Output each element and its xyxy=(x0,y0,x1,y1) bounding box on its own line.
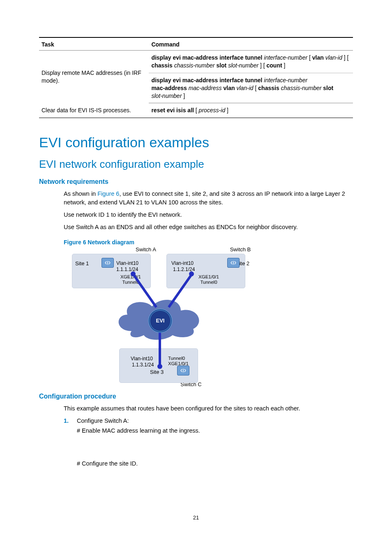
xge-c-label: Tunnel0XGE1/0/1 xyxy=(168,356,197,366)
vlan-b-label: Vlan-int10 xyxy=(171,260,194,266)
paragraph: This example assumes that routes have be… xyxy=(64,404,353,412)
router-icon xyxy=(227,258,240,268)
xge-b-label: XGE1/0/1Tunnel0 xyxy=(194,274,223,285)
task-cell: Display remote MAC addresses (in IRF mod… xyxy=(39,51,149,103)
vlan-c-label: Vlan-int10 xyxy=(131,356,153,362)
vlan-a-label: Vlan-int10 xyxy=(116,260,138,266)
section-title: EVI network configuration example xyxy=(39,158,353,171)
network-diagram: Switch A Switch B Switch C Site 1 Site 2… xyxy=(72,249,253,385)
list-number: 1. xyxy=(64,417,77,425)
link-end-icon xyxy=(189,271,194,276)
link-line xyxy=(159,329,161,366)
th-task: Task xyxy=(39,37,149,51)
page-title: EVI configuration examples xyxy=(39,134,353,151)
th-command: Command xyxy=(149,37,353,51)
router-icon xyxy=(101,258,114,268)
evi-node-icon: EVI xyxy=(148,309,172,333)
ip-c-label: 1.1.3.1/24 xyxy=(132,362,154,368)
figure-link[interactable]: Figure 6 xyxy=(97,190,119,197)
site-1-label: Site 1 xyxy=(75,260,89,266)
subsection-configuration: Configuration procedure xyxy=(39,393,353,400)
task-cell: Clear data for EVI IS-IS processes. xyxy=(39,103,149,118)
switch-b-label: Switch B xyxy=(224,246,257,253)
figure-caption: Figure 6 Network diagram xyxy=(64,239,353,246)
paragraph: Use network ID 1 to identify the EVI net… xyxy=(64,211,353,219)
command-cell: reset evi isis all [ process-id ] xyxy=(149,103,353,118)
list-body: Configure Switch A: xyxy=(77,417,353,425)
table-row: Clear data for EVI IS-IS processes. rese… xyxy=(39,103,353,118)
router-icon xyxy=(177,366,189,375)
paragraph: As shown in Figure 6, use EVI to connect… xyxy=(64,190,353,206)
command-cell: display evi mac-address interface tunnel… xyxy=(149,51,353,73)
sub-step: # Enable MAC address learning at the ing… xyxy=(77,427,353,434)
command-table: Task Command Display remote MAC addresse… xyxy=(39,37,353,118)
paragraph: Use Switch A as an ENDS and all other ed… xyxy=(64,223,353,231)
command-cell: display evi mac-address interface tunnel… xyxy=(149,73,353,103)
site-3-label: Site 3 xyxy=(150,369,164,375)
ip-a-label: 1.1.1.1/24 xyxy=(116,266,138,272)
list-item: 1. Configure Switch A: xyxy=(64,417,353,425)
table-row: Display remote MAC addresses (in IRF mod… xyxy=(39,51,353,73)
sub-step: # Configure the site ID. xyxy=(77,460,353,467)
switch-a-label: Switch A xyxy=(129,246,162,253)
subsection-requirements: Network requirements xyxy=(39,178,353,185)
link-end-icon xyxy=(131,271,136,276)
page-number: 21 xyxy=(0,514,392,521)
link-end-icon xyxy=(157,364,162,369)
